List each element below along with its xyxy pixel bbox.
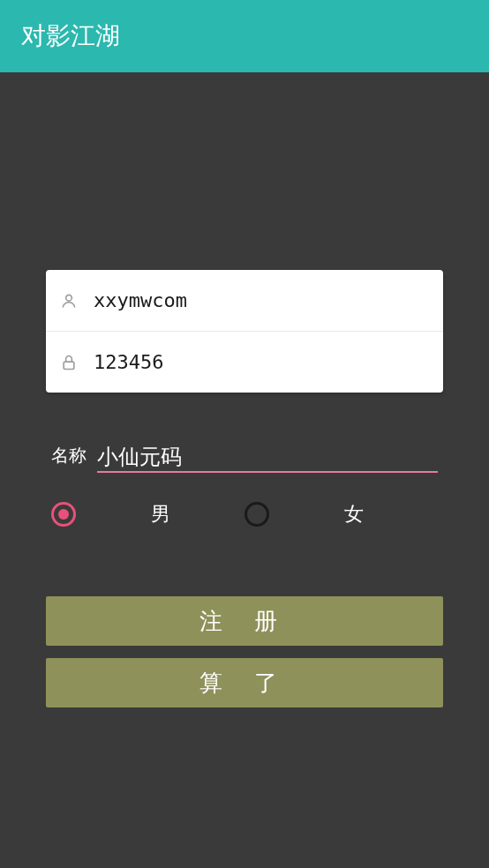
cancel-button[interactable]: 算 了 — [46, 658, 443, 707]
password-input[interactable] — [94, 351, 429, 373]
radio-male-dot — [58, 509, 69, 520]
name-section: 名称 — [51, 444, 438, 473]
username-row — [46, 270, 443, 331]
register-button[interactable]: 注 册 — [46, 596, 443, 646]
name-input[interactable] — [97, 445, 438, 469]
gender-row: 男 女 — [51, 501, 438, 528]
lock-icon — [60, 354, 78, 371]
gender-male-label: 男 — [76, 501, 244, 528]
svg-rect-1 — [64, 362, 74, 369]
gender-male-group: 男 — [51, 501, 244, 528]
radio-male[interactable] — [51, 502, 76, 527]
name-label: 名称 — [51, 444, 87, 473]
password-row — [46, 331, 443, 393]
name-field-wrapper — [97, 445, 438, 473]
username-input[interactable] — [94, 289, 429, 311]
app-header: 对影江湖 — [0, 0, 489, 72]
app-title: 对影江湖 — [21, 19, 120, 53]
svg-point-0 — [66, 295, 72, 301]
credentials-card — [46, 270, 443, 393]
gender-female-group: 女 — [244, 501, 438, 528]
radio-female[interactable] — [244, 502, 269, 527]
user-icon — [60, 292, 78, 310]
gender-female-label: 女 — [269, 501, 438, 528]
